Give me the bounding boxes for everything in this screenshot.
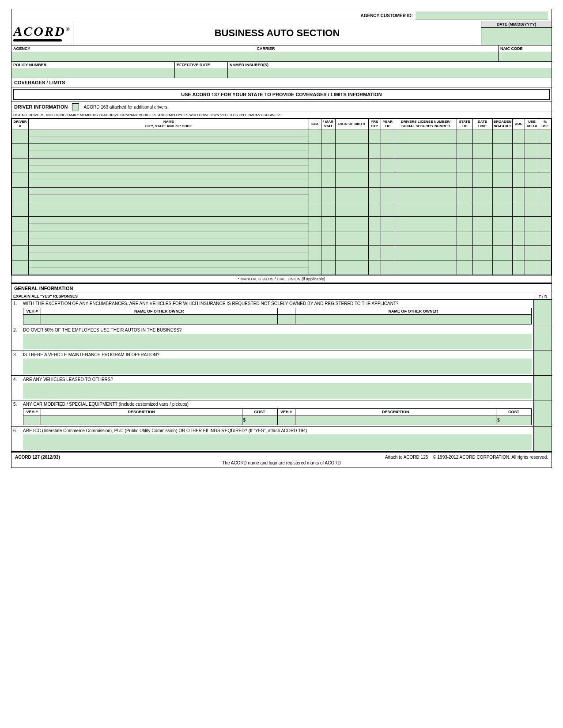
driver-broaden-cell[interactable] — [492, 260, 512, 275]
driver-broaden-cell[interactable] — [492, 144, 512, 158]
driver-state-cell[interactable] — [457, 173, 472, 188]
driver-sex-cell[interactable] — [309, 144, 321, 158]
driver-dl-cell[interactable] — [395, 231, 457, 246]
q5-desc-field2[interactable] — [295, 415, 496, 425]
agency-customer-id-field[interactable] — [416, 11, 548, 19]
driver-dl-cell[interactable] — [395, 173, 457, 188]
q3-answer[interactable] — [23, 358, 532, 374]
driver-num-cell[interactable] — [12, 260, 29, 275]
driver-year-cell[interactable] — [381, 188, 395, 202]
driver-dl-cell[interactable] — [395, 246, 457, 260]
driver-year-cell[interactable] — [381, 246, 395, 260]
driver-state-cell[interactable] — [457, 246, 472, 260]
driver-pct-cell[interactable] — [539, 246, 552, 260]
driver-use-cell[interactable] — [525, 158, 539, 173]
driver-name-cell[interactable] — [29, 129, 309, 144]
driver-num-cell[interactable] — [12, 217, 29, 231]
driver-dob-cell[interactable] — [335, 144, 368, 158]
driver-num-cell[interactable] — [12, 144, 29, 158]
q5-cost-field2[interactable]: $ — [496, 415, 532, 425]
driver-dob-cell[interactable] — [335, 217, 368, 231]
driver-name-cell[interactable] — [29, 246, 309, 260]
driver-dob-cell[interactable] — [335, 129, 368, 144]
driver-yrs-cell[interactable] — [368, 158, 381, 173]
driver-sex-cell[interactable] — [309, 260, 321, 275]
driver-use-cell[interactable] — [525, 129, 539, 144]
driver-mar-cell[interactable] — [321, 188, 335, 202]
driver-pct-cell[interactable] — [539, 173, 552, 188]
driver-hire-cell[interactable] — [472, 231, 492, 246]
driver-use-cell[interactable] — [525, 260, 539, 275]
q5-veh-field2[interactable] — [277, 415, 295, 425]
driver-use-cell[interactable] — [525, 202, 539, 217]
driver-yrs-cell[interactable] — [368, 173, 381, 188]
named-insured-field[interactable] — [228, 68, 552, 78]
driver-yrs-cell[interactable] — [368, 246, 381, 260]
driver-sex-cell[interactable] — [309, 129, 321, 144]
driver-yrs-cell[interactable] — [368, 217, 381, 231]
driver-state-cell[interactable] — [457, 260, 472, 275]
q6-answer[interactable] — [23, 434, 532, 450]
q3-yn-field[interactable] — [534, 351, 552, 375]
driver-year-cell[interactable] — [381, 129, 395, 144]
q1-name-field2[interactable] — [295, 315, 532, 324]
driver-year-cell[interactable] — [381, 144, 395, 158]
driver-mar-cell[interactable] — [321, 173, 335, 188]
driver-broaden-cell[interactable] — [492, 217, 512, 231]
q4-answer[interactable] — [23, 383, 532, 399]
q1-veh-field1[interactable] — [23, 315, 41, 324]
driver-name-cell[interactable] — [29, 202, 309, 217]
driver-use-cell[interactable] — [525, 246, 539, 260]
driver-hire-cell[interactable] — [472, 173, 492, 188]
driver-use-cell[interactable] — [525, 144, 539, 158]
q5-yn-field[interactable] — [534, 400, 552, 426]
driver-mar-cell[interactable] — [321, 202, 335, 217]
q5-cost-field1[interactable]: $ — [242, 415, 277, 425]
driver-doc-cell[interactable] — [513, 144, 525, 158]
driver-broaden-cell[interactable] — [492, 202, 512, 217]
driver-yrs-cell[interactable] — [368, 144, 381, 158]
driver-dl-cell[interactable] — [395, 158, 457, 173]
driver-year-cell[interactable] — [381, 260, 395, 275]
driver-name-cell[interactable] — [29, 260, 309, 275]
driver-name-cell[interactable] — [29, 173, 309, 188]
driver-year-cell[interactable] — [381, 202, 395, 217]
q4-yn-field[interactable] — [534, 376, 552, 400]
driver-num-cell[interactable] — [12, 188, 29, 202]
driver-broaden-cell[interactable] — [492, 188, 512, 202]
driver-doc-cell[interactable] — [513, 260, 525, 275]
driver-hire-cell[interactable] — [472, 158, 492, 173]
driver-mar-cell[interactable] — [321, 158, 335, 173]
driver-state-cell[interactable] — [457, 158, 472, 173]
driver-mar-cell[interactable] — [321, 129, 335, 144]
driver-yrs-cell[interactable] — [368, 188, 381, 202]
driver-yrs-cell[interactable] — [368, 231, 381, 246]
driver-year-cell[interactable] — [381, 158, 395, 173]
driver-num-cell[interactable] — [12, 246, 29, 260]
driver-num-cell[interactable] — [12, 202, 29, 217]
driver-yrs-cell[interactable] — [368, 129, 381, 144]
driver-state-cell[interactable] — [457, 188, 472, 202]
driver-sex-cell[interactable] — [309, 188, 321, 202]
driver-hire-cell[interactable] — [472, 202, 492, 217]
policy-number-field[interactable] — [11, 68, 174, 78]
q2-yn-field[interactable] — [534, 326, 552, 351]
driver-name-cell[interactable] — [29, 188, 309, 202]
driver-pct-cell[interactable] — [539, 188, 552, 202]
driver-broaden-cell[interactable] — [492, 231, 512, 246]
driver-name-cell[interactable] — [29, 158, 309, 173]
driver-state-cell[interactable] — [457, 231, 472, 246]
driver-doc-cell[interactable] — [513, 129, 525, 144]
driver-dob-cell[interactable] — [335, 188, 368, 202]
driver-sex-cell[interactable] — [309, 217, 321, 231]
q1-yn-field[interactable] — [534, 300, 552, 326]
driver-use-cell[interactable] — [525, 188, 539, 202]
driver-dob-cell[interactable] — [335, 246, 368, 260]
driver-year-cell[interactable] — [381, 173, 395, 188]
driver-doc-cell[interactable] — [513, 231, 525, 246]
driver-dob-cell[interactable] — [335, 231, 368, 246]
driver-mar-cell[interactable] — [321, 144, 335, 158]
q5-desc-field1[interactable] — [41, 415, 242, 425]
driver-sex-cell[interactable] — [309, 231, 321, 246]
agency-field[interactable] — [11, 52, 255, 61]
